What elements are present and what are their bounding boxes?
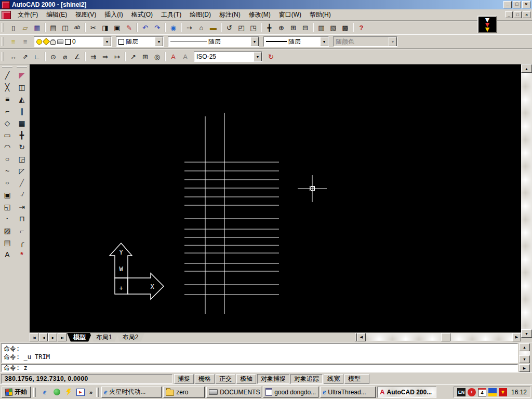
distance-button[interactable]: ▬ <box>207 22 219 33</box>
zoom-realtime-button[interactable]: ⊕ <box>275 22 287 33</box>
close-button[interactable]: × <box>523 11 530 18</box>
toolbar-grip[interactable] <box>2 37 4 46</box>
designcenter-button[interactable]: ▧ <box>327 22 339 33</box>
last-tab-button[interactable]: ▶| <box>58 333 66 341</box>
menu-insert[interactable]: 插入(I) <box>100 9 127 20</box>
zoom-window-button[interactable]: ⊞ <box>287 22 299 33</box>
menu-view[interactable]: 视图(V) <box>71 9 100 20</box>
properties-button[interactable]: ▥ <box>315 22 327 33</box>
aligned-dimension-button[interactable]: ⇗ <box>19 51 31 62</box>
linetype-combo-arrow[interactable]: ▼ <box>250 37 259 46</box>
menu-dimension[interactable]: 标注(N) <box>215 9 245 20</box>
input-method-tray-icon[interactable] <box>488 388 497 396</box>
scroll-down-button[interactable]: ▼ <box>521 329 532 338</box>
horizontal-scrollbar[interactable]: ◀ ▶ <box>357 333 521 341</box>
autocad-app-icon[interactable] <box>2 1 10 9</box>
menu-modify[interactable]: 修改(M) <box>245 9 275 20</box>
menu-edit[interactable]: 编辑(E) <box>42 9 71 20</box>
toolbar-grip[interactable] <box>17 66 27 68</box>
diameter-dimension-button[interactable]: ⌀ <box>59 51 71 62</box>
language-indicator-tray-icon[interactable]: EN <box>457 388 466 396</box>
taskbar-grip[interactable] <box>33 388 36 397</box>
dim-style-combo[interactable]: ISO-25 ▼ <box>194 51 262 62</box>
lengthen-button[interactable]: ╱ <box>16 177 28 189</box>
winamp-button[interactable] <box>64 388 73 397</box>
vertical-scrollbar[interactable]: ▲ ▼ <box>521 64 532 338</box>
menu-format[interactable]: 格式(O) <box>127 9 157 20</box>
center-mark-button[interactable]: ◎ <box>151 51 163 62</box>
match-properties-button[interactable]: ✎ <box>123 22 135 33</box>
menu-window[interactable]: 窗口(W) <box>275 9 305 20</box>
trim-button[interactable]: -/ <box>16 189 28 201</box>
next-tab-button[interactable]: ▶ <box>48 333 57 341</box>
radius-dimension-button[interactable]: ⊙ <box>47 51 59 62</box>
insert-block-button[interactable]: ▣ <box>1 189 14 201</box>
toggle-lineweight[interactable]: 线宽 <box>324 374 343 384</box>
baseline-dimension-button[interactable]: ⇒ <box>99 51 111 62</box>
drawing-canvas[interactable]: YW+X <box>30 64 521 332</box>
flashget-floater[interactable]: ▼▼▼ <box>477 16 497 33</box>
insert-hyperlink-button[interactable]: ◉ <box>167 22 179 33</box>
messenger-button[interactable] <box>52 388 61 397</box>
start-button[interactable]: 开始 <box>2 387 31 398</box>
minimize-button[interactable]: _ <box>503 1 512 8</box>
explode-button[interactable]: * <box>16 248 28 260</box>
break-button[interactable]: ⊓ <box>16 212 28 224</box>
rotate-button[interactable]: ↻ <box>16 141 28 153</box>
dimension-edit-button[interactable]: A <box>167 51 179 62</box>
angular-dimension-button[interactable]: ∠ <box>71 51 83 62</box>
ordinate-dimension-button[interactable]: ∟ <box>31 51 43 62</box>
make-block-button[interactable]: ◱ <box>1 201 14 212</box>
redo-button[interactable]: ↷ <box>151 22 163 33</box>
calendar-tray-icon[interactable]: 4 <box>478 388 486 396</box>
temporary-track-point-button[interactable]: ⇢ <box>183 22 195 33</box>
task-documents[interactable]: DOCUMENTS (D:) <box>206 387 261 398</box>
antivirus-tray-icon[interactable]: + <box>468 388 476 396</box>
coordinate-readout[interactable]: 380.1756, 192.7310, 0.0000 <box>1 374 172 384</box>
dimension-update-button[interactable]: ↻ <box>265 51 277 62</box>
layer-plot-icon[interactable] <box>57 39 63 44</box>
color-combo-arrow[interactable]: ▼ <box>155 37 163 46</box>
horizontal-scroll-thumb[interactable] <box>441 333 450 341</box>
copy-button[interactable]: ◨ <box>99 22 111 33</box>
toggle-polar[interactable]: 极轴 <box>236 374 256 384</box>
mirror-button[interactable]: ◭ <box>16 93 28 105</box>
ellipse-button[interactable]: ○ <box>1 177 14 189</box>
command-scrollbar[interactable]: ▲ ▼ <box>519 343 530 363</box>
help-button[interactable]: ? <box>355 22 367 33</box>
restore-button[interactable]: □ <box>514 11 522 18</box>
aerial-view-button[interactable]: ◳ <box>247 22 259 33</box>
dwg-document-icon[interactable] <box>2 11 11 19</box>
internet-explorer-button[interactable]: e <box>40 388 49 397</box>
circle-button[interactable]: ○ <box>1 153 14 165</box>
command-scroll-up-button[interactable]: ▲ <box>519 343 530 351</box>
linetype-combo[interactable]: 随层 ▼ <box>168 36 259 47</box>
print-button[interactable]: ▤ <box>47 22 59 33</box>
continue-dimension-button[interactable]: ↦ <box>111 51 123 62</box>
layer-lock-icon[interactable] <box>50 41 56 45</box>
menu-help[interactable]: 帮助(H) <box>305 9 335 20</box>
layer-on-icon[interactable] <box>36 39 42 45</box>
task-huoxing[interactable]: e火星时代动... <box>101 387 162 398</box>
toolbar-grip[interactable] <box>2 66 12 68</box>
lineweight-combo-arrow[interactable]: ▼ <box>320 37 328 46</box>
layer-freeze-icon[interactable] <box>43 38 50 45</box>
move-button[interactable]: ╋ <box>16 129 28 141</box>
array-button[interactable]: ▦ <box>16 117 28 129</box>
menu-draw[interactable]: 绘图(D) <box>185 9 215 20</box>
make-object-layer-current-button[interactable]: ≡ <box>19 36 31 47</box>
command-scroll-right-button[interactable]: ▶ <box>519 364 530 372</box>
paste-button[interactable]: ▣ <box>111 22 123 33</box>
menu-file[interactable]: 文件(F) <box>14 9 42 20</box>
dbconnect-button[interactable]: ▩ <box>339 22 351 33</box>
chamfer-button[interactable]: ⌐ <box>16 224 28 236</box>
layers-manager-button[interactable]: ≡ <box>7 36 19 47</box>
quick-dimension-button[interactable]: ⇉ <box>87 51 99 62</box>
copy-object-button[interactable]: ◫ <box>16 81 28 93</box>
dimension-text-edit-button[interactable]: A <box>179 51 191 62</box>
toggle-osnap[interactable]: 对象捕捉 <box>257 374 289 384</box>
restore-button[interactable]: □ <box>513 1 521 8</box>
new-button[interactable]: ▯ <box>7 22 19 33</box>
undo-button[interactable]: ↶ <box>139 22 151 33</box>
fillet-button[interactable]: ╭ <box>16 236 28 248</box>
